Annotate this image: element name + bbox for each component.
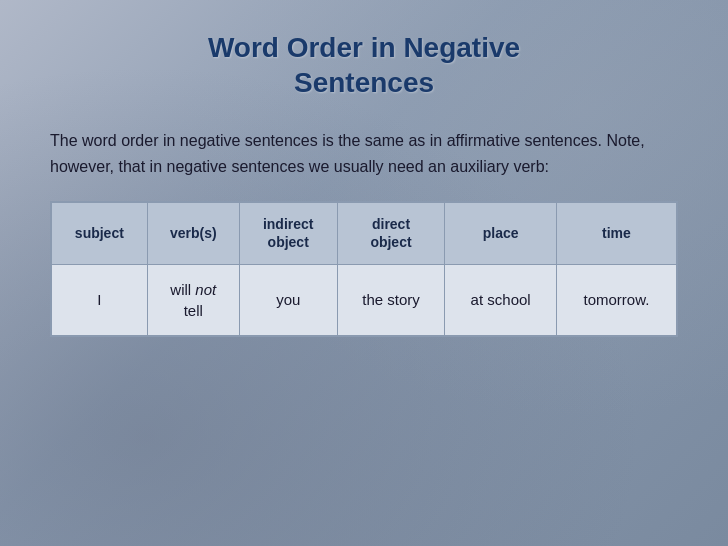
verb-post: tell [184,302,203,319]
slide-container: Word Order in Negative Sentences The wor… [0,0,728,357]
verb-pre: will [170,281,195,298]
slide-title: Word Order in Negative Sentences [50,30,678,100]
body-paragraph: The word order in negative sentences is … [50,128,678,179]
col-header-indirect: indirectobject [239,202,337,264]
col-header-time: time [556,202,677,264]
verb-not: not [195,281,216,298]
col-header-subject: subject [51,202,147,264]
cell-subject: I [51,264,147,336]
col-header-verb: verb(s) [147,202,239,264]
col-header-place: place [445,202,556,264]
table-row: I will not tell you the story at school … [51,264,677,336]
cell-indirect-object: you [239,264,337,336]
cell-time: tomorrow. [556,264,677,336]
cell-direct-object: the story [337,264,445,336]
cell-verb: will not tell [147,264,239,336]
col-header-direct: directobject [337,202,445,264]
grammar-table: subject verb(s) indirectobject directobj… [50,201,678,336]
table-header-row: subject verb(s) indirectobject directobj… [51,202,677,264]
cell-place: at school [445,264,556,336]
